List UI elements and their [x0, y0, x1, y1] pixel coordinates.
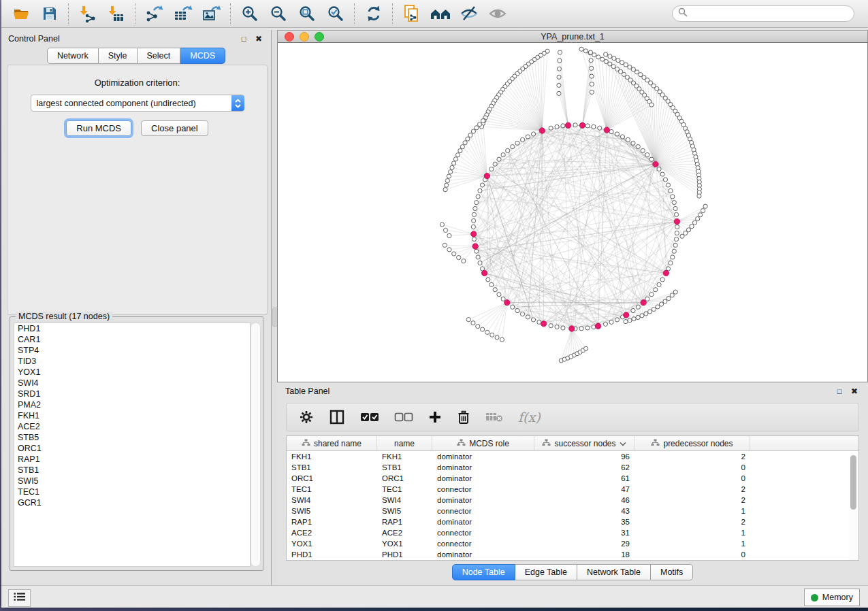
run-mcds-button[interactable]: Run MCDS: [66, 120, 131, 136]
mcds-result-group: MCDS result (17 nodes) PHD1CAR1STP4TID3Y…: [10, 316, 263, 571]
table-row[interactable]: FKH1FKH1dominator962: [287, 451, 858, 462]
save-session-icon: [42, 5, 58, 22]
mcds-result-item[interactable]: ORC1: [18, 443, 250, 454]
table-row[interactable]: SWI4SWI4dominator462: [287, 495, 858, 506]
mcds-result-item[interactable]: YOX1: [18, 367, 250, 378]
apply-layout-button[interactable]: [362, 3, 385, 24]
column-header-predecessor-nodes[interactable]: predecessor nodes: [634, 436, 750, 450]
table-tab-edge-table[interactable]: Edge Table: [515, 564, 577, 580]
apply-layout-icon: [365, 5, 383, 22]
mcds-result-item[interactable]: PHD1: [18, 323, 250, 334]
table-row[interactable]: YOX1YOX1connector291: [287, 538, 858, 549]
search-icon: [678, 7, 688, 20]
mcds-result-item[interactable]: STB1: [18, 465, 250, 476]
import-table-button[interactable]: [105, 3, 128, 24]
select-all-icon[interactable]: [360, 412, 379, 423]
network-titlebar: YPA_prune.txt_1: [277, 30, 868, 43]
zoom-in-button[interactable]: [238, 3, 261, 24]
table-row[interactable]: RAP1RAP1dominator352: [287, 516, 858, 527]
table-scrollbar[interactable]: [849, 453, 857, 561]
table-cell: RAP1: [377, 516, 432, 527]
list-icon: [14, 592, 26, 604]
optimization-criterion-select[interactable]: largest connected component (undirected): [31, 95, 244, 112]
mcds-result-item[interactable]: GCR1: [18, 497, 250, 508]
table-cell: 29: [534, 538, 634, 549]
hide-graphics-details-icon: [460, 5, 479, 22]
delete-column-icon[interactable]: [457, 410, 470, 425]
table-cell: connector: [432, 506, 534, 516]
float-table-panel-icon[interactable]: □: [834, 386, 845, 397]
deselect-all-icon[interactable]: [394, 412, 413, 423]
column-selector-icon[interactable]: [329, 410, 345, 425]
open-file-button[interactable]: [10, 3, 33, 24]
float-panel-icon[interactable]: □: [238, 33, 249, 44]
task-history-button[interactable]: [8, 589, 31, 607]
mcds-result-item[interactable]: STP4: [18, 345, 250, 356]
control-panel: Control Panel □ ✖ NetworkStyleSelectMCDS…: [1, 30, 272, 585]
close-panel-icon[interactable]: ✖: [253, 33, 264, 44]
add-column-icon[interactable]: [428, 410, 442, 424]
table-row[interactable]: STB1STB1dominator620: [287, 462, 858, 473]
table-row[interactable]: SWI5SWI5connector431: [287, 506, 858, 516]
table-row[interactable]: TEC1TEC1connector472: [287, 484, 858, 495]
export-network-button[interactable]: [143, 3, 166, 24]
mcds-list-scrollbar[interactable]: [251, 323, 261, 567]
table-tab-node-table[interactable]: Node Table: [452, 564, 515, 580]
mcds-result-item[interactable]: CAR1: [18, 334, 250, 345]
search-input[interactable]: [691, 8, 848, 19]
zoom-fit-icon: [298, 5, 316, 22]
table-scrollbar-thumb[interactable]: [850, 455, 856, 510]
zoom-selected-button[interactable]: [324, 3, 347, 24]
toolbar-separator: [135, 3, 136, 24]
table-row[interactable]: PHD1PHD1dominator180: [287, 549, 858, 560]
mcds-result-item[interactable]: TEC1: [18, 486, 250, 497]
column-header-name[interactable]: name: [377, 436, 432, 450]
close-table-panel-icon[interactable]: ✖: [849, 386, 860, 397]
mcds-result-item[interactable]: SRD1: [18, 389, 250, 399]
network-window: YPA_prune.txt_1: [277, 30, 868, 382]
table-row[interactable]: ORC1ORC1dominator610: [287, 473, 858, 484]
tab-network[interactable]: Network: [47, 48, 99, 64]
import-network-icon: [79, 5, 97, 22]
mcds-result-item[interactable]: SWI4: [18, 378, 250, 389]
column-header-successor-nodes[interactable]: successor nodes: [534, 436, 634, 450]
table-cell: ACE2: [377, 527, 432, 538]
table-cell: 35: [534, 516, 634, 527]
mcds-result-item[interactable]: SWI5: [18, 476, 250, 486]
save-session-button[interactable]: [38, 3, 61, 24]
export-image-button[interactable]: [200, 3, 223, 24]
tab-select[interactable]: Select: [138, 48, 181, 64]
import-network-button[interactable]: [76, 3, 99, 24]
mcds-result-item[interactable]: PMA2: [18, 399, 250, 410]
table-cell: ACE2: [287, 527, 377, 538]
zoom-fit-button[interactable]: [295, 3, 319, 24]
close-panel-button[interactable]: Close panel: [141, 120, 208, 136]
table-cell: FKH1: [377, 451, 432, 462]
mcds-result-item[interactable]: FKH1: [18, 410, 250, 421]
table-settings-icon[interactable]: [299, 410, 314, 425]
tab-style[interactable]: Style: [99, 48, 138, 64]
attribute-type-icon: [542, 439, 551, 448]
table-tab-motifs[interactable]: Motifs: [651, 564, 693, 580]
tab-mcds[interactable]: MCDS: [180, 48, 225, 64]
mcds-result-item[interactable]: STB5: [18, 432, 250, 443]
zoom-out-button[interactable]: [267, 3, 290, 24]
table-cell: SWI5: [287, 506, 377, 516]
memory-button[interactable]: Memory: [804, 589, 860, 606]
mcds-result-item[interactable]: TID3: [18, 356, 250, 367]
first-neighbors-button[interactable]: [429, 3, 452, 24]
export-table-button[interactable]: [172, 3, 195, 24]
table-cell: dominator: [432, 495, 534, 506]
network-canvas[interactable]: [277, 43, 868, 382]
show-graphics-details-button[interactable]: [486, 3, 509, 24]
table-tab-network-table[interactable]: Network Table: [577, 564, 651, 580]
mcds-result-item[interactable]: ACE2: [18, 421, 250, 432]
hide-graphics-details-button[interactable]: [457, 3, 481, 24]
sort-descending-icon: [620, 439, 626, 448]
column-header-MCDS-role[interactable]: MCDS role: [432, 436, 534, 450]
column-header-shared-name[interactable]: shared name: [287, 436, 377, 450]
vertical-splitter[interactable]: [272, 30, 277, 585]
new-network-from-selection-button[interactable]: [400, 3, 423, 24]
mcds-result-item[interactable]: RAP1: [18, 454, 250, 465]
table-row[interactable]: ACE2ACE2connector311: [287, 527, 858, 538]
